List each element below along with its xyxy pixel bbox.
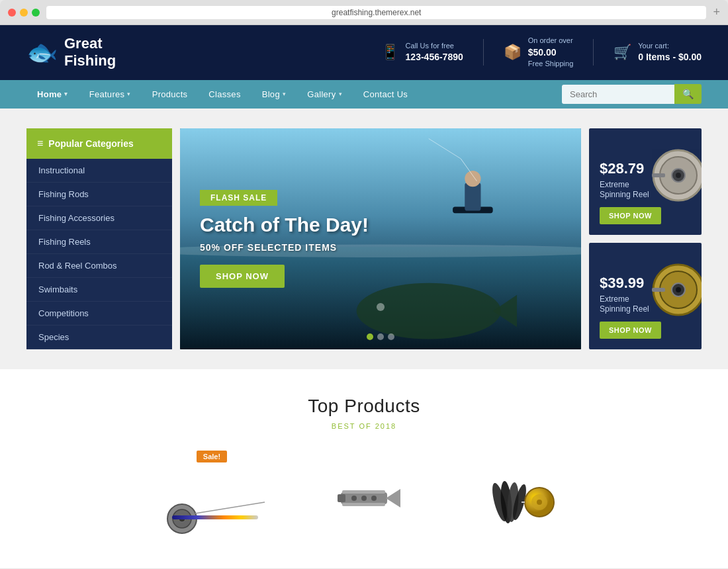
nav-item-contact[interactable]: Contact Us bbox=[353, 80, 418, 109]
minimize-dot[interactable] bbox=[20, 9, 28, 17]
header-divider-2 bbox=[593, 39, 594, 66]
product-card-2: $39.99 ExtremeSpinning Reel Shop Now bbox=[589, 243, 702, 349]
svg-point-32 bbox=[361, 496, 367, 501]
nav-item-home[interactable]: Home ▾ bbox=[26, 80, 79, 109]
cart-value: 0 Items - $0.00 bbox=[638, 51, 702, 64]
cart-detail: Your cart: 0 Items - $0.00 bbox=[638, 41, 702, 64]
feather-lure-svg bbox=[463, 472, 569, 532]
banner-content: FLASH SALE Catch of The Day! 50% OFF SEL… bbox=[200, 190, 561, 288]
shipping-icon: 📦 bbox=[504, 44, 522, 61]
svg-point-5 bbox=[377, 303, 385, 311]
nav-bar: Home ▾ Features ▾ Products Classes Blog … bbox=[0, 80, 728, 109]
categories-title: Popular Categories bbox=[48, 138, 133, 149]
search-input[interactable] bbox=[562, 85, 674, 104]
banner-subtitle: 50% OFF SELECTED ITEMS bbox=[200, 242, 561, 253]
banner-dot-3[interactable] bbox=[388, 333, 394, 340]
svg-point-33 bbox=[371, 496, 377, 501]
products-grid: Sale! bbox=[26, 450, 702, 555]
cat-item-species[interactable]: Species bbox=[26, 326, 172, 349]
nav-item-classes[interactable]: Classes bbox=[198, 80, 251, 109]
phone-icon: 📱 bbox=[381, 44, 399, 61]
cat-item-fishing-rods[interactable]: Fishing Rods bbox=[26, 183, 172, 206]
nav-item-products[interactable]: Products bbox=[142, 80, 199, 109]
close-dot[interactable] bbox=[8, 9, 16, 17]
logo-icon: 🐟 bbox=[26, 38, 58, 67]
flash-sale-badge: FLASH SALE bbox=[200, 190, 277, 206]
logo-text: Great Fishing bbox=[64, 35, 116, 70]
multitool-svg bbox=[314, 476, 414, 529]
search-button[interactable]: 🔍 bbox=[674, 84, 702, 104]
nav-arrow-home: ▾ bbox=[64, 91, 68, 97]
site-header: 🐟 Great Fishing 📱 Call Us for free 123-4… bbox=[0, 25, 728, 80]
svg-rect-29 bbox=[342, 490, 385, 494]
product-item-1[interactable]: Sale! bbox=[146, 450, 278, 542]
product-item-3[interactable] bbox=[450, 450, 582, 542]
product-1-image bbox=[146, 469, 278, 542]
product-card-2-shop-button[interactable]: Shop Now bbox=[600, 322, 661, 339]
main-banner: FLASH SALE Catch of The Day! 50% OFF SEL… bbox=[180, 128, 581, 349]
svg-point-40 bbox=[537, 500, 542, 505]
section-subtitle: BEST OF 2018 bbox=[26, 422, 702, 430]
top-products-section: Top Products BEST OF 2018 Sale! bbox=[0, 369, 728, 568]
maximize-dot[interactable] bbox=[32, 9, 40, 17]
svg-rect-27 bbox=[338, 494, 345, 502]
shipping-text: Free Shipping bbox=[528, 59, 574, 69]
cart-info[interactable]: 🛒 Your cart: 0 Items - $0.00 bbox=[614, 41, 702, 64]
nav-arrow-blog: ▾ bbox=[283, 91, 286, 97]
nav-item-features[interactable]: Features ▾ bbox=[79, 80, 142, 109]
header-info: 📱 Call Us for free 123-456-7890 📦 On ord… bbox=[381, 36, 702, 69]
categories-sidebar: ≡ Popular Categories Instructional Fishi… bbox=[26, 128, 172, 349]
site-wrapper: 🐟 Great Fishing 📱 Call Us for free 123-4… bbox=[0, 25, 728, 568]
product-3-image bbox=[450, 466, 582, 539]
sale-badge: Sale! bbox=[197, 451, 227, 462]
shop-now-button[interactable]: SHOP NOW bbox=[200, 265, 285, 288]
cart-icon: 🛒 bbox=[614, 44, 631, 61]
section-title: Top Products bbox=[26, 396, 702, 417]
cat-item-fishing-reels[interactable]: Fishing Reels bbox=[26, 230, 172, 254]
new-tab-button[interactable]: + bbox=[713, 5, 720, 19]
page-content: ≡ Popular Categories Instructional Fishi… bbox=[0, 109, 728, 369]
cat-item-fishing-accessories[interactable]: Fishing Accessories bbox=[26, 206, 172, 230]
url-bar[interactable]: greatfishing.themerex.net bbox=[46, 6, 706, 19]
product-cards: $28.79 ExtremeSpinning Reel Shop Now $39… bbox=[589, 128, 702, 349]
product-2-image bbox=[298, 466, 430, 539]
section-heading: Top Products bbox=[26, 396, 702, 417]
nav-links: Home ▾ Features ▾ Products Classes Blog … bbox=[26, 80, 418, 109]
shipping-amount: $50.00 bbox=[528, 46, 574, 60]
nav-item-gallery[interactable]: Gallery ▾ bbox=[296, 80, 353, 109]
nav-search: 🔍 bbox=[562, 84, 702, 104]
reel-image-2 bbox=[645, 260, 702, 320]
svg-point-8 bbox=[465, 171, 480, 187]
nav-item-blog[interactable]: Blog ▾ bbox=[251, 80, 297, 109]
categories-list: Instructional Fishing Rods Fishing Acces… bbox=[26, 159, 172, 349]
menu-icon: ≡ bbox=[37, 138, 43, 150]
svg-point-19 bbox=[676, 287, 681, 292]
product-card-1-shop-button[interactable]: Shop Now bbox=[600, 207, 661, 224]
cat-item-instructional[interactable]: Instructional bbox=[26, 159, 172, 183]
browser-chrome: greatfishing.themerex.net + bbox=[0, 0, 728, 25]
phone-detail: Call Us for free 123-456-7890 bbox=[406, 41, 463, 64]
svg-rect-15 bbox=[652, 173, 665, 177]
svg-rect-30 bbox=[342, 503, 385, 506]
phone-info: 📱 Call Us for free 123-456-7890 bbox=[381, 41, 463, 64]
product-item-2[interactable] bbox=[298, 450, 430, 542]
categories-header: ≡ Popular Categories bbox=[26, 128, 172, 159]
product-card-1: $28.79 ExtremeSpinning Reel Shop Now bbox=[589, 128, 702, 235]
banner-dot-1[interactable] bbox=[367, 333, 373, 340]
shipping-info: 📦 On order over $50.00 Free Shipping bbox=[504, 36, 574, 69]
banner-title: Catch of The Day! bbox=[200, 214, 561, 237]
fishing-rod-svg bbox=[156, 476, 268, 535]
cat-item-rod-reel-combos[interactable]: Rod & Reel Combos bbox=[26, 254, 172, 278]
cat-item-competitions[interactable]: Competitions bbox=[26, 302, 172, 326]
banner-dots bbox=[367, 333, 394, 340]
phone-label: Call Us for free bbox=[406, 41, 463, 51]
cart-label: Your cart: bbox=[638, 41, 702, 51]
svg-point-3 bbox=[357, 283, 501, 339]
cat-item-swimbaits[interactable]: Swimbaits bbox=[26, 278, 172, 302]
logo-area[interactable]: 🐟 Great Fishing bbox=[26, 35, 116, 70]
shipping-detail: On order over $50.00 Free Shipping bbox=[528, 36, 574, 69]
hero-section: ≡ Popular Categories Instructional Fishi… bbox=[26, 128, 702, 349]
svg-rect-24 bbox=[172, 515, 258, 519]
banner-dot-2[interactable] bbox=[377, 333, 384, 340]
reel-image-1 bbox=[645, 146, 702, 205]
